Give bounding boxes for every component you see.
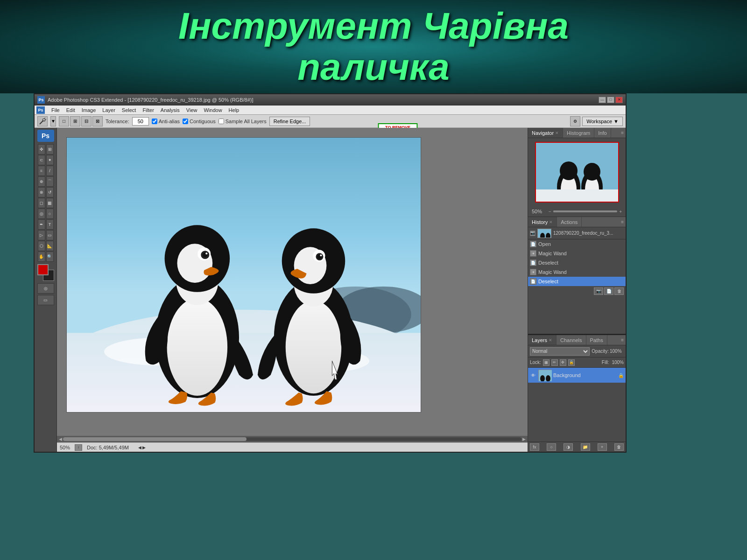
shape-tool[interactable]: ▭ — [46, 230, 54, 240]
zoom-in-btn[interactable]: + — [619, 209, 622, 214]
zoom-slider[interactable] — [553, 210, 617, 212]
zoom-tool[interactable]: 🔍 — [46, 252, 54, 262]
status-nav-right[interactable]: ▶ — [142, 445, 146, 450]
maximize-button[interactable]: □ — [607, 97, 614, 103]
clone-stamp[interactable]: ⊗ — [38, 187, 45, 197]
history-options-btn[interactable]: ≡ — [619, 219, 626, 224]
new-layer-btn[interactable]: + — [598, 443, 607, 451]
panel-options-btn[interactable]: ≡ — [619, 130, 626, 135]
quick-mask-btn[interactable]: ◎ — [37, 283, 54, 294]
tab-channels[interactable]: Channels — [557, 335, 586, 345]
menu-analysis[interactable]: Analysis — [158, 107, 183, 113]
blend-mode-select[interactable]: Normal — [530, 347, 590, 356]
menu-filter[interactable]: Filter — [140, 107, 156, 113]
new-fill-btn[interactable]: ◑ — [564, 443, 573, 451]
layers-options-btn[interactable]: ≡ — [619, 337, 626, 343]
color-swatches[interactable] — [37, 264, 54, 281]
sample-all-option[interactable]: Sample All Layers — [218, 119, 267, 124]
type-tool[interactable]: T — [46, 219, 54, 230]
menu-image[interactable]: Image — [79, 107, 99, 113]
image-canvas[interactable]: TizTaU — [66, 137, 421, 413]
canvas-area[interactable]: TizTaU — [57, 128, 528, 436]
eraser-tool[interactable]: ◻ — [38, 198, 45, 208]
menu-edit[interactable]: Edit — [63, 107, 78, 113]
close-button[interactable]: ✕ — [615, 97, 623, 103]
intersect-selection-btn[interactable]: ⊠ — [92, 116, 103, 126]
history-item-magic-wand-2[interactable]: ✦ Magic Wand — [528, 267, 626, 277]
menu-help[interactable]: Help — [226, 107, 242, 113]
lock-all-btn[interactable]: 🔒 — [568, 359, 575, 366]
contiguous-checkbox[interactable] — [183, 119, 188, 124]
crop-tool[interactable]: ⌗ — [38, 166, 45, 176]
screen-mode-btn[interactable]: ▭ — [37, 295, 54, 305]
refine-edge-button[interactable]: Refine Edge... — [269, 117, 310, 126]
blur-tool[interactable]: ◎ — [38, 209, 45, 219]
tab-paths[interactable]: Paths — [586, 335, 607, 345]
minimize-button[interactable]: — — [599, 97, 606, 103]
lasso-tool[interactable]: ⊂ — [38, 155, 45, 165]
measure-tool[interactable]: 📐 — [46, 241, 54, 251]
menu-view[interactable]: View — [183, 107, 200, 113]
tab-histogram[interactable]: Histogram — [563, 128, 594, 138]
sample-all-checkbox[interactable] — [218, 119, 224, 124]
fill-tool[interactable]: ▦ — [46, 198, 54, 208]
layer-styles-btn[interactable]: fx — [530, 443, 539, 451]
status-nav-left[interactable]: ◀ — [138, 445, 141, 450]
new-document-btn[interactable]: 📄 — [604, 287, 613, 295]
tool-options-arrow[interactable]: ▼ — [50, 116, 56, 126]
new-group-btn[interactable]: 📁 — [581, 443, 590, 451]
brush-tool[interactable]: ⌒ — [46, 176, 54, 187]
options-icon[interactable]: ⚙ — [570, 116, 580, 126]
tolerance-input[interactable] — [132, 117, 149, 126]
tab-layers[interactable]: Layers ✕ — [528, 335, 557, 345]
layer-visibility-eye[interactable]: 👁 — [530, 372, 536, 378]
contiguous-option[interactable]: Contiguous — [183, 119, 216, 124]
tab-info[interactable]: Info — [594, 128, 611, 138]
delete-layer-btn[interactable]: 🗑 — [614, 443, 624, 451]
menu-layer[interactable]: Layer — [99, 107, 118, 113]
delete-state-btn[interactable]: 🗑 — [614, 287, 624, 295]
new-snapshot-btn[interactable]: 📷 — [594, 287, 603, 295]
workspace-button[interactable]: Workspace ▼ — [582, 117, 623, 126]
new-selection-btn[interactable]: □ — [59, 116, 69, 126]
magic-wand-small[interactable]: ✦ — [46, 155, 54, 165]
anti-alias-checkbox[interactable] — [152, 119, 157, 124]
horizontal-scrollbar[interactable]: ◀ ▶ — [57, 436, 528, 442]
move-tool[interactable]: ✜ — [38, 144, 45, 154]
history-item-deselect-1[interactable]: 📄 Deselect — [528, 258, 626, 267]
healing-brush[interactable]: ⊕ — [38, 176, 45, 187]
anti-alias-option[interactable]: Anti-alias — [152, 119, 180, 124]
history-item-deselect-2[interactable]: 📄 Deselect — [528, 277, 626, 286]
path-selection[interactable]: ▷ — [38, 230, 45, 240]
tab-history[interactable]: History ✕ — [528, 217, 557, 227]
pen-tool[interactable]: ✒ — [38, 219, 45, 230]
scrollbar-thumb-h[interactable] — [63, 437, 247, 441]
lock-position-btn[interactable]: ✜ — [560, 359, 566, 366]
add-selection-btn[interactable]: ⊞ — [70, 116, 80, 126]
dodge-tool[interactable]: ○ — [46, 209, 54, 219]
zoom-out-btn[interactable]: − — [549, 209, 551, 214]
hand-tool[interactable]: ✋ — [38, 252, 45, 262]
subtract-selection-btn[interactable]: ⊟ — [81, 116, 92, 126]
menu-window[interactable]: Window — [201, 107, 225, 113]
status-info-btn[interactable]: i — [75, 444, 82, 451]
layers-blend-controls: Normal Opacity: 100% — [528, 345, 626, 357]
3d-tool[interactable]: ⬡ — [38, 241, 45, 251]
tab-navigator[interactable]: Navigator ✕ — [528, 128, 563, 138]
tab-actions[interactable]: Actions — [557, 217, 582, 227]
menu-select[interactable]: Select — [119, 107, 139, 113]
scrollbar-track-h[interactable] — [63, 437, 521, 441]
zoom-slider-thumb[interactable] — [553, 210, 585, 212]
artboard-tool[interactable]: ⊞ — [46, 144, 54, 154]
slice-tool[interactable]: / — [46, 166, 54, 176]
lock-transparency-btn[interactable]: ▦ — [543, 359, 550, 366]
layer-background-row[interactable]: 👁 Background 🔒 — [528, 368, 626, 383]
history-brush[interactable]: ↺ — [46, 187, 54, 197]
history-item-magic-wand-1[interactable]: ✦ Magic Wand — [528, 249, 626, 258]
add-mask-btn[interactable]: ○ — [547, 443, 556, 451]
history-item-open[interactable]: 📄 Open — [528, 239, 626, 249]
foreground-color-swatch[interactable] — [37, 264, 49, 275]
menu-file[interactable]: File — [49, 107, 63, 113]
lock-image-btn[interactable]: ✏ — [551, 359, 558, 366]
magic-wand-tool-icon[interactable] — [37, 116, 48, 126]
